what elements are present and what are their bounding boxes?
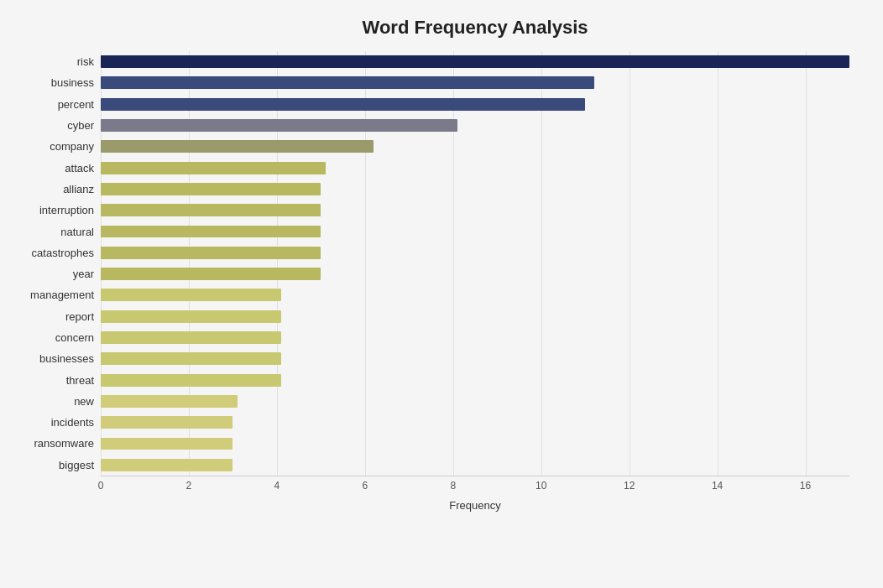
y-label: threat	[8, 369, 101, 390]
x-tick: 0	[98, 480, 104, 492]
bar	[101, 140, 374, 153]
y-label: percent	[8, 94, 101, 115]
y-label: year	[8, 263, 101, 284]
bar	[101, 395, 238, 408]
bar-row	[101, 221, 849, 242]
bar	[101, 162, 326, 174]
bar	[101, 183, 321, 195]
bar-row	[101, 51, 849, 72]
bar	[101, 76, 594, 89]
bar-row	[101, 327, 849, 348]
y-label: new	[8, 391, 101, 412]
y-label: natural	[8, 221, 101, 242]
y-label: biggest	[8, 455, 101, 476]
x-tick: 10	[536, 480, 546, 492]
bar-row	[101, 433, 849, 454]
y-label: allianz	[8, 179, 101, 200]
x-tick: 4	[274, 480, 280, 492]
bar-row	[101, 157, 849, 178]
bar-row	[101, 455, 849, 476]
x-axis-container: 0246810121416 Frequency	[101, 476, 849, 513]
x-tick: 16	[800, 480, 811, 492]
y-label: interruption	[8, 200, 101, 221]
y-label: concern	[8, 327, 101, 348]
bar-row	[101, 412, 849, 433]
bar-row	[101, 94, 849, 115]
x-axis-line	[101, 476, 849, 476]
y-labels: riskbusinesspercentcybercompanyattackall…	[8, 51, 101, 513]
y-label: incidents	[8, 412, 101, 433]
x-tick: 14	[712, 480, 723, 492]
y-label: cyber	[8, 115, 101, 136]
bar	[101, 247, 321, 259]
bar	[101, 98, 585, 111]
bar	[101, 438, 233, 450]
bar-row	[101, 179, 849, 200]
x-axis-label: Frequency	[101, 499, 849, 512]
bar-row	[101, 72, 849, 93]
bar	[101, 352, 281, 365]
bar	[101, 416, 233, 429]
bar-row	[101, 242, 849, 263]
bar	[101, 289, 281, 301]
y-label: management	[8, 284, 101, 305]
x-tick: 8	[450, 480, 456, 492]
y-label: attack	[8, 157, 101, 178]
y-label: businesses	[8, 348, 101, 369]
bar	[101, 331, 281, 344]
x-tick: 12	[624, 480, 635, 492]
bar	[101, 374, 281, 387]
y-label: business	[8, 72, 101, 93]
x-tick: 2	[186, 480, 192, 492]
bar	[101, 459, 233, 471]
bar-row	[101, 348, 849, 369]
y-label: risk	[8, 51, 101, 72]
bar-row	[101, 136, 849, 157]
x-tick: 6	[362, 480, 368, 492]
bar-row	[101, 263, 849, 284]
bars-rows	[101, 51, 849, 476]
bar-row	[101, 391, 849, 412]
bar-row	[101, 306, 849, 327]
bar-row	[101, 369, 849, 390]
bar-row	[101, 284, 849, 305]
y-label: ransomware	[8, 433, 101, 454]
bar	[101, 226, 321, 238]
bar	[101, 310, 281, 323]
bar	[101, 55, 849, 68]
bar	[101, 119, 457, 132]
bar-row	[101, 200, 849, 221]
chart-container: Word Frequency Analysis riskbusinessperc…	[0, 0, 883, 588]
bars-container	[101, 51, 849, 476]
y-label: catastrophes	[8, 242, 101, 263]
y-label: company	[8, 136, 101, 157]
plot-area: 0246810121416 Frequency	[101, 51, 849, 513]
bar	[101, 204, 321, 216]
y-label: report	[8, 306, 101, 327]
chart-area: riskbusinesspercentcybercompanyattackall…	[8, 51, 849, 513]
bar-row	[101, 115, 849, 136]
bar	[101, 268, 321, 280]
chart-title: Word Frequency Analysis	[8, 17, 849, 39]
